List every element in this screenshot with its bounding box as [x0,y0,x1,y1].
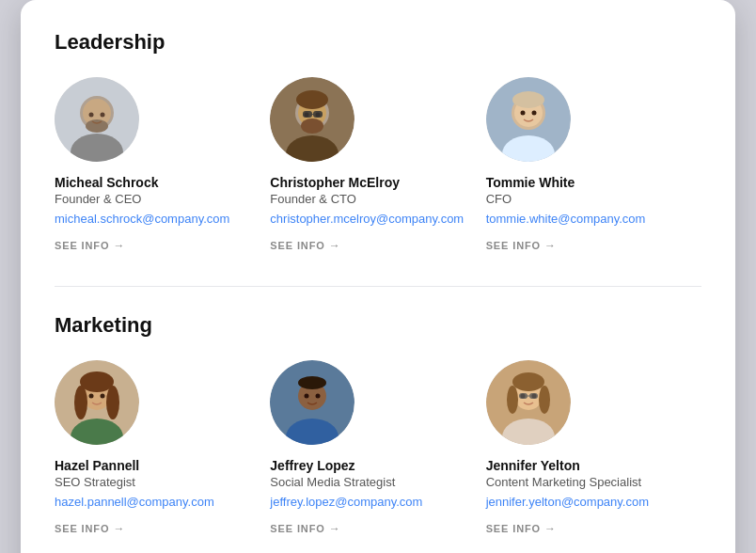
see-info-label: SEE INFO [486,240,541,251]
person-card-jennifer-yelton: Jennifer YeltonContent Marketing Special… [486,360,701,553]
svg-point-28 [89,394,94,399]
person-name-jennifer-yelton: Jennifer Yelton [486,458,686,473]
svg-point-23 [531,111,536,116]
svg-point-4 [86,119,108,133]
person-card-micheal-schrock: Micheal SchrockFounder & CEOmicheal.schr… [55,77,270,275]
see-info-label: SEE INFO [270,523,324,534]
svg-point-32 [106,386,119,419]
main-card: Leadership Micheal SchrockFounder & CEOm… [21,0,735,553]
see-info-label: SEE INFO [55,240,109,251]
person-name-christopher-mcelroy: Christopher McElroy [270,175,470,190]
svg-rect-15 [313,111,323,118]
avatar-jennifer-yelton [486,360,571,445]
see-info-button-tommie-white[interactable]: SEE INFO → [486,239,557,252]
section-title-leadership: Leadership [55,30,701,55]
svg-point-31 [74,386,87,419]
person-card-tommie-white: Tommie WhiteCFOtommie.white@company.comS… [486,77,701,275]
svg-point-24 [512,91,544,108]
see-info-label: SEE INFO [270,240,324,251]
see-info-button-hazel-pannell[interactable]: SEE INFO → [55,522,125,535]
svg-rect-45 [529,393,538,399]
person-email-jennifer-yelton[interactable]: jennifer.yelton@company.com [486,495,686,509]
person-name-hazel-pannell: Hazel Pannell [55,458,255,473]
person-role-tommie-white: CFO [486,192,686,206]
avatar-jeffrey-lopez [270,360,354,445]
svg-rect-44 [519,393,528,399]
person-role-jeffrey-lopez: Social Media Strategist [270,475,470,489]
see-info-button-jennifer-yelton[interactable]: SEE INFO → [486,522,557,535]
arrow-icon: → [544,239,557,252]
svg-point-5 [89,113,94,118]
svg-point-48 [507,386,518,414]
avatar-hazel-pannell [55,360,139,445]
svg-point-17 [296,90,328,109]
arrow-icon: → [113,522,125,535]
person-role-jennifer-yelton: Content Marketing Specialist [486,475,686,489]
arrow-icon: → [544,522,557,535]
person-name-tommie-white: Tommie White [486,175,686,190]
svg-point-36 [305,394,309,399]
people-grid-marketing: Hazel PannellSEO Strategisthazel.pannell… [55,360,701,553]
see-info-button-jeffrey-lopez[interactable]: SEE INFO → [270,522,340,535]
section-title-marketing: Marketing [55,313,701,338]
see-info-button-christopher-mcelroy[interactable]: SEE INFO → [270,239,340,252]
person-card-christopher-mcelroy: Christopher McElroyFounder & CTOchristop… [270,77,485,275]
person-card-hazel-pannell: Hazel PannellSEO Strategisthazel.pannell… [55,360,270,553]
svg-point-6 [101,113,105,118]
svg-point-29 [101,394,105,399]
svg-point-47 [512,372,544,391]
svg-point-30 [80,371,114,392]
person-name-jeffrey-lopez: Jeffrey Lopez [270,458,470,473]
section-divider [55,286,701,287]
avatar-tommie-white [486,77,571,162]
avatar-christopher-mcelroy [270,77,354,162]
see-info-button-micheal-schrock[interactable]: SEE INFO → [55,239,125,252]
person-email-christopher-mcelroy[interactable]: christopher.mcelroy@company.com [270,212,470,226]
person-email-jeffrey-lopez[interactable]: jeffrey.lopez@company.com [270,495,470,509]
svg-point-49 [539,386,550,414]
person-role-christopher-mcelroy: Founder & CTO [270,192,470,206]
see-info-label: SEE INFO [486,523,541,534]
person-card-jeffrey-lopez: Jeffrey LopezSocial Media Strategistjeff… [270,360,485,553]
person-role-hazel-pannell: SEO Strategist [55,475,255,489]
person-email-hazel-pannell[interactable]: hazel.pannell@company.com [55,495,255,509]
person-email-micheal-schrock[interactable]: micheal.schrock@company.com [55,212,255,226]
people-grid-leadership: Micheal SchrockFounder & CEOmicheal.schr… [55,77,701,275]
arrow-icon: → [329,522,341,535]
svg-point-37 [316,394,321,399]
person-name-micheal-schrock: Micheal Schrock [55,175,255,190]
svg-point-38 [298,376,326,389]
arrow-icon: → [329,239,341,252]
arrow-icon: → [113,239,125,252]
person-role-micheal-schrock: Founder & CEO [55,192,255,206]
avatar-micheal-schrock [55,77,139,162]
svg-point-22 [520,111,525,116]
svg-point-11 [301,118,323,134]
svg-rect-14 [303,111,312,118]
person-email-tommie-white[interactable]: tommie.white@company.com [486,212,686,226]
see-info-label: SEE INFO [55,523,109,534]
